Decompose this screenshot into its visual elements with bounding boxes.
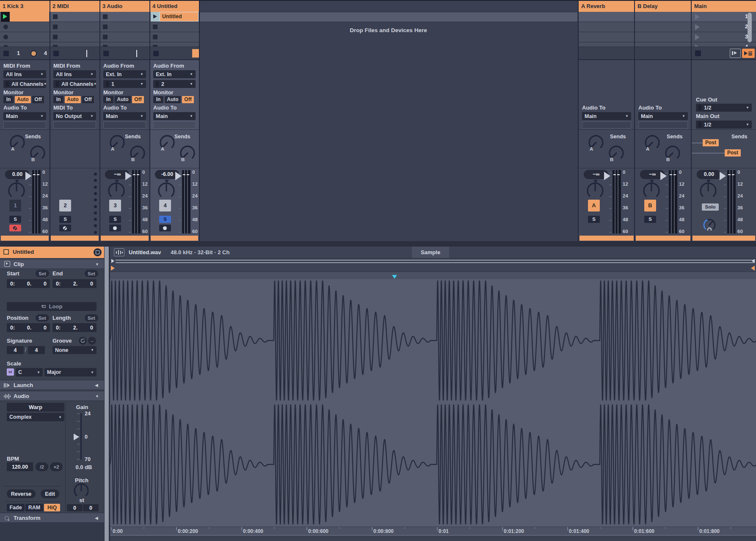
output-type-select[interactable]: Main▼ — [638, 112, 688, 120]
input-type-select[interactable]: All Ins▼ — [3, 70, 46, 78]
monitor-off-button[interactable]: Off — [82, 96, 94, 103]
warp-button[interactable]: Warp — [7, 403, 64, 412]
scene-launch-icon[interactable] — [695, 24, 700, 30]
pan-knob[interactable] — [586, 182, 604, 200]
track-activator-button[interactable]: 4 — [159, 200, 171, 211]
gain-slider[interactable]: 24070 — [66, 411, 102, 462]
monitor-off-button[interactable]: Off — [32, 96, 44, 103]
clip-slot[interactable] — [0, 42, 50, 47]
clip-slot[interactable]: 3 — [692, 32, 756, 42]
clip-slot[interactable] — [635, 32, 691, 42]
scrub-strip[interactable] — [110, 272, 756, 279]
track-header[interactable]: 1 Kick 3 — [0, 1, 50, 12]
audio-collapse-icon[interactable]: ▼ — [95, 394, 99, 398]
track-activator-button[interactable]: 1 — [9, 200, 21, 211]
scene-launch-icon[interactable] — [695, 34, 700, 40]
insert-marker-icon[interactable] — [392, 275, 397, 279]
clip-section-bar[interactable]: Clip ▼ — [0, 259, 104, 269]
clip-slot[interactable] — [100, 22, 149, 32]
ram-toggle[interactable]: RAM — [25, 504, 43, 511]
clip-slot[interactable] — [0, 32, 50, 42]
arm-button[interactable] — [9, 225, 21, 231]
clip-slot[interactable] — [50, 22, 99, 32]
send-b-post-toggle[interactable]: Post — [725, 149, 741, 157]
launch-section-bar[interactable]: Launch ◀ — [0, 380, 104, 390]
cue-out-select[interactable]: 1/2▼ — [696, 104, 752, 112]
length-set-button[interactable]: Set — [85, 314, 98, 321]
pitch-cents[interactable]: 0 — [83, 504, 99, 511]
track-activator-button[interactable]: B — [644, 200, 656, 211]
input-type-select[interactable]: Ext. In▼ — [153, 70, 196, 78]
reverse-button[interactable]: Reverse — [7, 489, 36, 498]
clip-slot[interactable] — [50, 32, 99, 42]
solo-button[interactable]: S — [9, 216, 21, 223]
time-ruler[interactable]: 0:000:00:2000:00:4000:00:6000:00:8000:01… — [110, 527, 756, 536]
end-value[interactable]: 0:2.0 — [52, 279, 97, 288]
clip-stop-button[interactable] — [53, 51, 59, 56]
pan-knob[interactable] — [157, 182, 175, 200]
input-channel-select[interactable]: All Channels▼ — [3, 80, 46, 88]
groove-select[interactable]: None▼ — [52, 346, 97, 354]
tab-sample[interactable]: Sample — [412, 247, 449, 258]
position-set-button[interactable]: Set — [36, 314, 49, 321]
transform-section-bar[interactable]: Transform ◀ — [0, 513, 104, 523]
clip-slot[interactable] — [100, 42, 149, 47]
clip-slot[interactable] — [579, 22, 635, 32]
track-header[interactable]: A Reverb — [579, 1, 635, 12]
input-channel-select[interactable]: 2▼ — [153, 80, 196, 88]
groove-commit-icon[interactable]: → — [88, 337, 96, 345]
monitor-in-button[interactable]: In — [53, 96, 63, 103]
clip-slot[interactable]: 1 — [692, 12, 756, 22]
output-type-select[interactable]: Main▼ — [153, 112, 196, 120]
scale-root-select[interactable]: C▼ — [16, 368, 43, 376]
pitch-semitones[interactable]: 0 — [67, 504, 83, 511]
monitor-auto-button[interactable]: Auto — [115, 96, 131, 103]
monitor-auto-button[interactable]: Auto — [65, 96, 81, 103]
clip-slot[interactable] — [0, 22, 50, 32]
arm-button[interactable] — [159, 225, 171, 231]
main-out-select[interactable]: 1/2▼ — [696, 121, 752, 129]
send-a-post-toggle[interactable]: Post — [703, 139, 719, 146]
solo-button[interactable]: S — [109, 216, 121, 223]
track-header[interactable]: Main — [692, 1, 756, 12]
start-value[interactable]: 0:0.0 — [7, 279, 50, 288]
start-set-button[interactable]: Set — [36, 270, 49, 277]
input-type-select[interactable]: Ext. In▼ — [103, 70, 146, 78]
solo-button[interactable]: S — [59, 216, 71, 223]
scale-name-select[interactable]: Major▼ — [44, 368, 97, 376]
signature-numerator[interactable]: 4 — [7, 346, 24, 354]
clip-slot[interactable]: Untitled — [150, 12, 199, 22]
pan-knob[interactable] — [699, 182, 717, 200]
output-type-select[interactable]: Main▼ — [3, 112, 46, 120]
clip-slot[interactable]: 2 — [692, 22, 756, 32]
input-type-select[interactable]: All Ins▼ — [53, 70, 96, 78]
clip-stop-button[interactable] — [103, 51, 109, 56]
clip-slot[interactable] — [150, 22, 199, 32]
clip-slot[interactable] — [0, 12, 50, 22]
track-activator-button[interactable]: 3 — [109, 200, 121, 211]
transform-expand-icon[interactable]: ◀ — [95, 516, 98, 520]
clip-slot[interactable] — [579, 32, 635, 42]
volume-value[interactable]: 0.00 — [697, 170, 721, 179]
edit-button[interactable]: Edit — [41, 489, 59, 498]
cue-volume-knob[interactable] — [703, 218, 716, 232]
scale-mode-icon[interactable]: ♭♯ — [7, 368, 14, 376]
waveform-display[interactable] — [110, 279, 756, 527]
track-status-row[interactable] — [100, 47, 149, 60]
monitor-in-button[interactable]: In — [103, 96, 113, 103]
fade-toggle[interactable]: Fade — [7, 504, 25, 511]
loop-brace-row[interactable] — [110, 258, 756, 265]
clip-slot[interactable] — [579, 12, 635, 22]
monitor-in-button[interactable]: In — [153, 96, 163, 103]
clip-slot[interactable] — [100, 12, 149, 22]
track-header[interactable]: 4 Untitled — [150, 1, 199, 12]
clip-slot[interactable] — [150, 42, 199, 47]
bpm-half-button[interactable]: /2 — [36, 462, 48, 471]
bpm-double-button[interactable]: ×2 — [50, 462, 63, 471]
clip-slot[interactable] — [579, 42, 635, 47]
track-activator-button[interactable]: 2 — [59, 200, 71, 211]
pan-knob[interactable] — [108, 182, 125, 200]
clip-stop-button[interactable] — [153, 51, 159, 56]
clip[interactable] — [10, 12, 49, 22]
clip-play-button[interactable] — [1, 12, 10, 22]
